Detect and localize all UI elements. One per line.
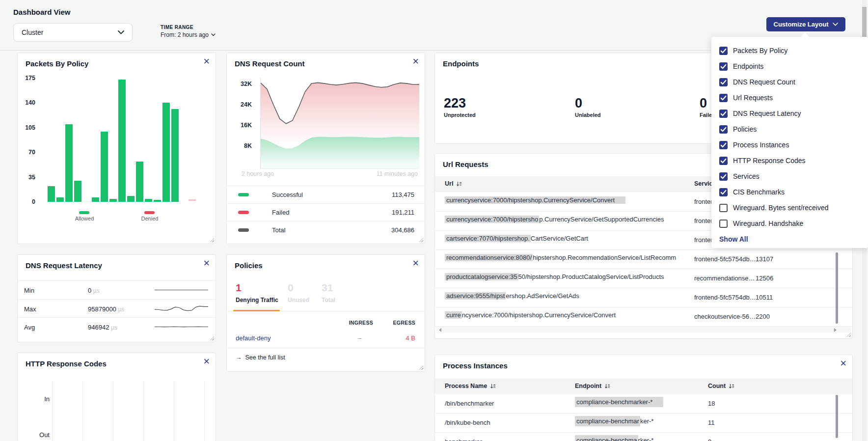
resize-handle[interactable]	[419, 238, 423, 242]
column-header-egress: EGRESS	[381, 320, 415, 326]
menu-item-label: Services	[733, 172, 760, 180]
checkbox-checked-icon[interactable]	[719, 172, 728, 181]
sort-icon	[490, 384, 496, 389]
menu-item-7[interactable]: HTTP Response Codes	[711, 153, 868, 168]
dashboard-view-page: Dashboard View Cluster TIME RANGE From: …	[0, 0, 868, 441]
time-range-value[interactable]: From: 2 hours ago	[161, 31, 216, 38]
show-all-link[interactable]: Show All	[719, 235, 748, 243]
checkbox-checked-icon[interactable]	[719, 125, 728, 134]
close-icon[interactable]: ×	[203, 56, 210, 67]
horizontal-scrollbar[interactable]	[436, 327, 851, 333]
menu-item-label: Process Instances	[733, 141, 789, 149]
y-tick-label: 35	[28, 174, 35, 181]
customize-layout-button[interactable]: Customize Layout	[766, 17, 845, 31]
checkbox-checked-icon[interactable]	[719, 78, 728, 86]
close-icon[interactable]: ×	[412, 56, 419, 67]
menu-item-0[interactable]: Packets By Policy	[711, 43, 868, 58]
url-rest: CartService/GetCart	[531, 235, 588, 242]
legend-swatch-allowed	[79, 211, 89, 214]
checkbox-checked-icon[interactable]	[719, 110, 728, 118]
legend-name: Total	[272, 226, 285, 234]
legend-row: Successful113,475	[227, 186, 425, 203]
menu-item-3[interactable]: Url Requests	[711, 90, 868, 106]
resize-handle[interactable]	[419, 365, 423, 370]
latency-label: Avg	[24, 324, 35, 331]
checkbox-checked-icon[interactable]	[719, 157, 728, 165]
close-icon[interactable]: ×	[203, 356, 210, 367]
menu-item-8[interactable]: Services	[711, 168, 868, 184]
latency-unit: µs	[118, 306, 124, 313]
checkbox-checked-icon[interactable]	[719, 141, 728, 149]
scroll-right-icon[interactable]	[834, 328, 837, 332]
menu-item-9[interactable]: CIS Benchmarks	[711, 184, 868, 200]
row-label-in: In	[32, 395, 50, 403]
menu-item-1[interactable]: Endpoints	[711, 58, 868, 74]
latency-value: 0 µs	[88, 287, 100, 294]
column-header-url[interactable]: Url	[445, 180, 462, 187]
legend-swatch	[238, 211, 249, 214]
menu-item-label: HTTP Response Codes	[733, 157, 806, 165]
url-rest: p.CurrencyService/GetSupportedCurrencies	[539, 216, 664, 223]
menu-item-label: CIS Benchmarks	[733, 188, 785, 196]
menu-item-10[interactable]: Wireguard. Bytes sent/received	[711, 200, 868, 216]
menu-item-label: DNS Request Latency	[733, 110, 801, 117]
service-cell: checkoutservice-56…	[694, 313, 756, 320]
bar-allowed	[171, 109, 179, 202]
checkbox-unchecked-icon[interactable]	[719, 220, 728, 228]
see-full-list-link[interactable]: → See the full list	[236, 354, 285, 361]
column-header-endpoint[interactable]: Endpoint	[575, 383, 610, 389]
resize-handle[interactable]	[210, 336, 214, 340]
y-axis-labels: 32K24K16K8K	[227, 78, 256, 168]
checkbox-checked-icon[interactable]	[719, 188, 728, 196]
resize-handle[interactable]	[846, 332, 851, 337]
view-selector-dropdown[interactable]: Cluster	[13, 23, 133, 42]
url-highlight: currencyservice:7000/hipstershop.Currenc…	[445, 196, 625, 204]
close-icon[interactable]: ×	[412, 258, 419, 269]
close-icon[interactable]: ×	[840, 358, 846, 369]
checkbox-checked-icon[interactable]	[719, 94, 728, 102]
legend-name: Successful	[272, 191, 303, 198]
menu-item-11[interactable]: Wireguard. Handshake	[711, 216, 868, 231]
url-cell: cartservice:7070/hipstershop.CartService…	[445, 235, 688, 242]
checkbox-checked-icon[interactable]	[719, 62, 728, 71]
stat-unprotected: 223 Unprotected	[444, 96, 476, 118]
bar-allowed	[56, 197, 64, 202]
tab-denying-traffic[interactable]: 1 Denying Traffic	[236, 282, 278, 303]
chevron-down-icon	[118, 30, 124, 34]
column-header-ingress: INGRESS	[339, 320, 373, 326]
sparkline	[155, 285, 208, 296]
dns-request-latency-card: DNS Request Latency × Min0 µsMax95879000…	[17, 254, 216, 342]
column-header-count[interactable]: Count	[708, 383, 734, 389]
vertical-scrollbar[interactable]	[836, 395, 838, 438]
vertical-scrollbar[interactable]	[836, 252, 838, 324]
close-icon[interactable]: ×	[203, 258, 210, 269]
bar-allowed	[92, 197, 99, 202]
policy-link[interactable]: default-deny	[236, 334, 271, 342]
x-axis-start-label: 2 hours ago	[242, 170, 274, 177]
service-cell: recommendationse…	[694, 275, 755, 282]
menu-item-5[interactable]: Policies	[711, 121, 868, 137]
count-cell: 12506	[756, 275, 773, 282]
tab-unused[interactable]: 0 Unused	[288, 282, 309, 303]
checkbox-unchecked-icon[interactable]	[719, 204, 728, 212]
latency-row: Min0 µs	[18, 280, 216, 300]
bar-denied	[189, 199, 196, 201]
sparkline	[155, 322, 208, 332]
latency-unit: µs	[93, 287, 100, 294]
column-header-process-name[interactable]: Process Name	[445, 383, 496, 389]
url-cell: currencyservice:7000/hipstershop.Currenc…	[445, 311, 688, 319]
process-name-cell: benchmarker	[445, 438, 482, 441]
menu-item-4[interactable]: DNS Request Latency	[711, 106, 868, 121]
menu-item-6[interactable]: Process Instances	[711, 137, 868, 153]
resize-handle[interactable]	[210, 238, 214, 242]
tab-total[interactable]: 31 Total	[322, 282, 335, 303]
scroll-left-icon[interactable]	[439, 328, 441, 332]
legend-row: Total304,686	[227, 221, 425, 239]
http-response-codes-card: HTTP Response Codes × In Out	[17, 353, 216, 441]
chevron-down-icon	[833, 23, 838, 26]
checkbox-checked-icon[interactable]	[719, 47, 728, 55]
legend-value: 191,211	[392, 209, 414, 216]
card-title: HTTP Response Codes	[26, 359, 107, 368]
menu-item-label: Endpoints	[733, 62, 763, 70]
menu-item-2[interactable]: DNS Request Count	[711, 74, 868, 90]
